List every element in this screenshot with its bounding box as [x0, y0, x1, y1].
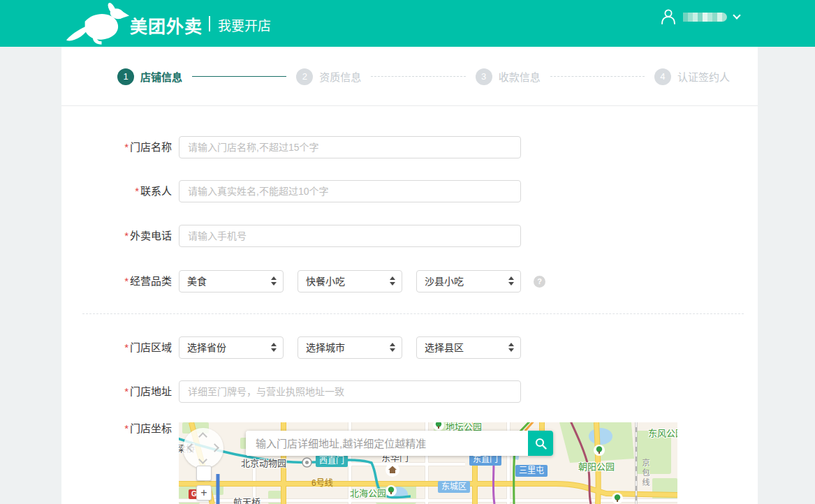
park-tree-icon	[612, 493, 623, 504]
map-label-hangtianqiao: 航天桥	[233, 495, 260, 504]
province-select[interactable]: 选择省份	[179, 336, 284, 359]
select-arrows-icon	[508, 343, 514, 352]
category-level2-select[interactable]: 快餐小吃	[298, 270, 402, 292]
map-search-input[interactable]	[246, 431, 528, 456]
pan-up-icon[interactable]	[198, 432, 207, 441]
step-3-number: 3	[476, 68, 492, 85]
step-signer-verification: 4 认证签约人	[654, 68, 730, 85]
map-label-beijing-zoo: 北京动物园	[241, 456, 286, 469]
zoo-landmark-icon	[302, 457, 312, 470]
region-label: *门店区域	[70, 336, 172, 359]
kangaroo-icon	[66, 2, 130, 45]
category-help-icon[interactable]: ?	[534, 276, 545, 288]
page: 美团外卖 我要开店 1 店铺信息 2 资质信息 3 收款信息	[0, 0, 815, 504]
map-zoom-in-button[interactable]: +	[196, 485, 212, 501]
blurred-username	[683, 13, 727, 22]
step-shop-info: 1 店铺信息	[117, 68, 182, 85]
map-label-chaoyang-park: 朝阳公园	[578, 459, 615, 473]
step-2-number: 2	[296, 68, 313, 85]
step-connector-dashed	[371, 76, 465, 77]
top-header: 美团外卖 我要开店	[0, 0, 815, 47]
select-arrows-icon	[271, 276, 277, 286]
map-pan-control[interactable]	[183, 428, 223, 468]
category-level1-select[interactable]: 美食	[179, 270, 284, 292]
step-4-number: 4	[654, 68, 671, 85]
chevron-down-icon	[733, 11, 740, 19]
map-locate-button[interactable]	[196, 466, 212, 481]
address-label: *门店地址	[70, 380, 172, 403]
phone-label: *外卖电话	[70, 225, 172, 247]
step-connector-dashed	[550, 76, 645, 77]
pan-down-icon[interactable]	[198, 455, 207, 464]
category-level3-select[interactable]: 沙县小吃	[416, 270, 521, 292]
step-2-label: 资质信息	[319, 69, 361, 84]
map-label-beihai-park: 北海公园	[350, 486, 386, 499]
select-arrows-icon	[390, 343, 395, 352]
coordinates-label: *门店坐标	[70, 417, 172, 440]
pan-left-icon[interactable]	[187, 443, 196, 452]
map-label-sanlitun: 三里屯	[515, 465, 548, 477]
city-select[interactable]: 选择城市	[298, 336, 402, 359]
address-input[interactable]	[179, 380, 521, 403]
district-select[interactable]: 选择县区	[416, 336, 521, 359]
store-name-label: *门店名称	[70, 136, 172, 158]
palace-landmark-icon	[386, 463, 399, 480]
select-arrows-icon	[508, 276, 514, 286]
step-3-label: 收款信息	[499, 69, 541, 84]
header-subtitle: 我要开店	[218, 15, 271, 34]
map-label-line6: 6号线	[311, 476, 333, 488]
park-tree-icon	[386, 485, 397, 499]
select-arrows-icon	[271, 343, 277, 352]
map-label-jingbao-line: 京包线	[640, 459, 651, 488]
user-account-menu[interactable]	[661, 7, 740, 27]
header-divider	[209, 16, 210, 31]
contact-label: *联系人	[70, 180, 172, 202]
map-search-bar	[246, 431, 553, 456]
step-4-label: 认证签约人	[677, 69, 730, 84]
phone-input[interactable]	[179, 225, 521, 247]
brand-title: 美团外卖	[130, 13, 203, 38]
wizard-stepper: 1 店铺信息 2 资质信息 3 收款信息 4 认证签约人	[117, 47, 730, 106]
meituan-kangaroo-logo-icon[interactable]	[66, 2, 130, 45]
map-label-xizhimen: 西直门	[316, 455, 348, 467]
map-label-dongcheng-district: 东城区	[438, 481, 470, 493]
pan-right-icon[interactable]	[210, 443, 219, 452]
contact-input[interactable]	[179, 180, 521, 202]
category-label: *经营品类	[70, 270, 172, 292]
map-search-button[interactable]	[528, 431, 553, 456]
section-divider	[82, 313, 744, 314]
step-connector-solid	[192, 76, 286, 77]
store-name-input[interactable]	[179, 136, 521, 158]
search-icon	[535, 438, 547, 450]
user-icon	[661, 8, 676, 25]
map-canvas[interactable]: 地坛公园 东风公园 朝阳公园 北海公园 北京动物园 东华门 高梁桥 航天桥 西直…	[179, 422, 677, 504]
step-1-label: 店铺信息	[140, 69, 182, 84]
step-qualification-info: 2 资质信息	[296, 68, 361, 85]
park-tree-icon	[594, 445, 605, 459]
map-label-dongfeng-park: 东风公园	[648, 426, 677, 439]
step-1-number: 1	[117, 68, 134, 85]
select-arrows-icon	[390, 276, 395, 286]
step-payment-info: 3 收款信息	[476, 68, 541, 85]
